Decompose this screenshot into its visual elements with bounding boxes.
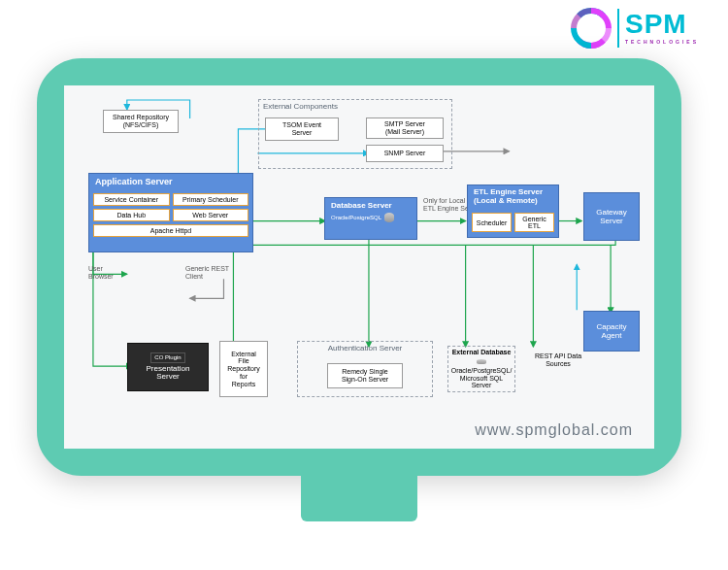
gateway-server-box: Gateway Server: [583, 192, 640, 241]
gateway-server-label: Gateway Server: [596, 208, 627, 225]
database-icon: [384, 213, 394, 222]
ext-db-sub: Oracle/PostgreSQL/ Microsoft SQL Server: [451, 367, 513, 389]
logo-text: SPM TECHNOLOGIES: [625, 13, 699, 44]
logo-separator: [617, 9, 619, 48]
screen: Shared Repository (NFS/CIFS) External Co…: [64, 85, 654, 449]
service-container-pill: Service Container: [93, 193, 170, 206]
shared-repository-box: Shared Repository (NFS/CIFS): [103, 110, 179, 133]
co-plugin-badge: CO Plugin: [150, 352, 184, 363]
monitor-frame: Shared Repository (NFS/CIFS) External Co…: [37, 58, 681, 476]
logo-icon: [571, 8, 612, 49]
ext-db-title: External Database: [452, 349, 512, 356]
rest-api-sources-box: REST API Data Sources: [528, 346, 588, 375]
etl-generic-pill: Generic ETL: [514, 213, 554, 232]
db-server-sub: Oracle/PostgreSQL: [325, 213, 416, 222]
apache-httpd-pill: Apache Httpd: [93, 224, 248, 237]
database-icon: [477, 359, 486, 364]
external-file-repo-box: External File Repository for Reports: [219, 341, 268, 397]
db-server-title: Database Server: [325, 198, 416, 213]
data-hub-pill: Data Hub: [93, 209, 170, 221]
external-database-box: External Database Oracle/PostgreSQL/ Mic…: [447, 346, 515, 392]
user-browser-label: User Browser: [88, 265, 114, 280]
auth-server-title: Authentication Server: [298, 342, 432, 352]
database-server-box: Database Server Oracle/PostgreSQL: [324, 197, 417, 240]
presentation-server-box: CO Plugin Presentation Server: [127, 343, 209, 391]
external-components-group: External Components TSOM Event Server SM…: [258, 99, 452, 169]
capacity-agent-label: Capacity Agent: [596, 322, 626, 340]
application-server-box: Application Server Service Container Pri…: [88, 173, 253, 252]
authentication-server-group: Authentication Server Remedy Single Sign…: [297, 341, 433, 397]
spm-logo: SPM TECHNOLOGIES: [571, 8, 699, 49]
architecture-diagram: Shared Repository (NFS/CIFS) External Co…: [74, 95, 645, 408]
primary-scheduler-pill: Primary Scheduler: [173, 193, 249, 206]
etl-scheduler-pill: Scheduler: [472, 213, 512, 232]
etl-title: ETL Engine Server (Local & Remote): [468, 185, 558, 209]
etl-engine-server-box: ETL Engine Server (Local & Remote) Sched…: [467, 184, 559, 238]
tsom-event-server-box: TSOM Event Server: [265, 117, 339, 141]
snmp-server-box: SNMP Server: [366, 145, 444, 162]
remedy-sso-box: Remedy Single Sign-On Server: [327, 363, 403, 388]
capacity-agent-box: Capacity Agent: [583, 311, 640, 352]
monitor-stand: [301, 473, 417, 521]
app-server-title: Application Server: [89, 174, 252, 189]
web-server-pill: Web Server: [173, 209, 249, 221]
generic-rest-client-label: Generic REST Client: [185, 265, 229, 280]
footer-url: www.spmglobal.com: [475, 421, 633, 439]
external-components-title: External Components: [259, 100, 451, 111]
smtp-server-box: SMTP Server (Mail Server): [366, 117, 444, 139]
presentation-server-label: Presentation Server: [147, 365, 190, 383]
